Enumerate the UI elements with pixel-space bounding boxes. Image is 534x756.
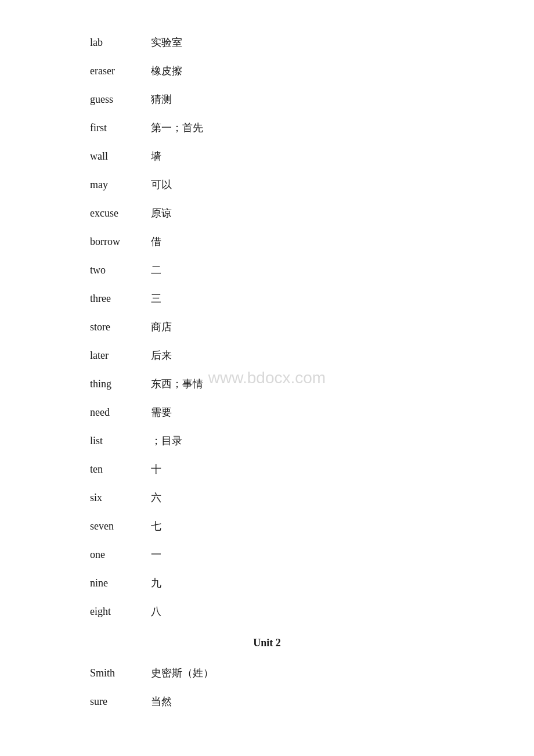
vocab-item: guess猜测 (90, 92, 534, 107)
vocab-chinese: 十 (151, 462, 161, 477)
vocab-item: Smith史密斯（姓） (90, 665, 534, 681)
vocab-chinese: 七 (151, 519, 161, 534)
vocab-item: borrow借 (90, 234, 534, 250)
vocab-item: eraser橡皮擦 (90, 63, 534, 79)
vocab-chinese: 借 (151, 234, 161, 250)
vocab-chinese: 三 (151, 291, 161, 307)
vocab-english: two (90, 262, 142, 278)
vocab-chinese: 当然 (151, 694, 172, 710)
vocab-item: excuse原谅 (90, 206, 534, 221)
vocab-chinese: 一 (151, 547, 161, 563)
unit-heading: Unit 2 (90, 637, 534, 649)
vocab-chinese: 九 (151, 575, 161, 591)
vocab-item: first第一；首先 (90, 120, 534, 136)
vocab-english: borrow (90, 234, 142, 250)
vocab-list: lab实验室eraser橡皮擦guess猜测first第一；首先wall墙may… (90, 35, 534, 620)
vocab-english: eraser (90, 63, 142, 79)
vocab-chinese: 后来 (151, 348, 172, 363)
vocab-english: three (90, 291, 142, 307)
vocab-chinese: 猜测 (151, 92, 172, 107)
vocab-english: ten (90, 462, 142, 477)
vocab-chinese: 橡皮擦 (151, 63, 182, 79)
vocab-english: seven (90, 519, 142, 534)
unit2-vocab-list: Smith史密斯（姓）sure当然 (90, 665, 534, 710)
vocab-english: guess (90, 92, 142, 107)
vocab-item: two二 (90, 262, 534, 278)
vocab-item: seven七 (90, 519, 534, 534)
vocab-item: six六 (90, 490, 534, 506)
vocab-item: may可以 (90, 177, 534, 193)
vocab-english: one (90, 547, 142, 563)
vocab-item: need需要 (90, 405, 534, 420)
vocab-chinese: 原谅 (151, 206, 172, 221)
vocab-item: one一 (90, 547, 534, 563)
vocab-english: lab (90, 35, 142, 51)
vocab-chinese: 墙 (151, 149, 161, 164)
vocab-item: wall墙 (90, 149, 534, 164)
vocab-item: sure当然 (90, 694, 534, 710)
vocab-item: three三 (90, 291, 534, 307)
vocab-item: thing东西；事情 (90, 376, 534, 392)
vocab-item: eight八 (90, 604, 534, 620)
vocab-english: need (90, 405, 142, 420)
vocab-chinese: 可以 (151, 177, 172, 193)
vocab-item: nine九 (90, 575, 534, 591)
vocab-english: Smith (90, 665, 142, 681)
vocab-chinese: 第一；首先 (151, 120, 203, 136)
vocab-english: thing (90, 376, 142, 392)
vocab-english: six (90, 490, 142, 506)
vocab-chinese: ；目录 (151, 433, 182, 449)
vocab-chinese: 需要 (151, 405, 172, 420)
vocab-english: excuse (90, 206, 142, 221)
vocab-english: list (90, 433, 142, 449)
vocab-english: eight (90, 604, 142, 620)
vocab-english: first (90, 120, 142, 136)
vocab-chinese: 八 (151, 604, 161, 620)
vocab-item: later后来 (90, 348, 534, 363)
vocab-english: wall (90, 149, 142, 164)
vocab-item: lab实验室 (90, 35, 534, 51)
vocab-english: sure (90, 694, 142, 710)
vocab-chinese: 实验室 (151, 35, 182, 51)
vocab-item: ten十 (90, 462, 534, 477)
vocab-item: store商店 (90, 319, 534, 335)
vocab-english: store (90, 319, 142, 335)
vocab-chinese: 史密斯（姓） (151, 665, 214, 681)
vocab-chinese: 商店 (151, 319, 172, 335)
vocab-chinese: 二 (151, 262, 161, 278)
vocab-english: nine (90, 575, 142, 591)
page-content: lab实验室eraser橡皮擦guess猜测first第一；首先wall墙may… (0, 0, 534, 756)
vocab-english: later (90, 348, 142, 363)
vocab-english: may (90, 177, 142, 193)
vocab-chinese: 东西；事情 (151, 376, 203, 392)
vocab-item: list；目录 (90, 433, 534, 449)
vocab-chinese: 六 (151, 490, 161, 506)
